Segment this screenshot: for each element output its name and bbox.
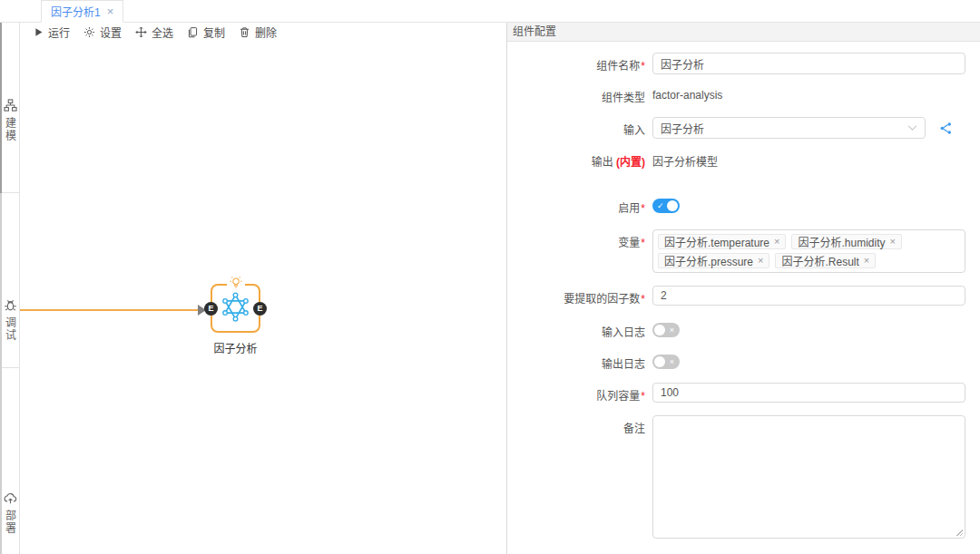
field-row-variables: 变量* 因子分析.temperature × 因子分析.humidity × bbox=[507, 229, 980, 273]
remove-tag-icon[interactable]: × bbox=[758, 256, 763, 266]
play-icon bbox=[34, 27, 44, 37]
close-icon[interactable]: × bbox=[107, 5, 114, 17]
gear-icon bbox=[83, 26, 95, 38]
node-label: 因子分析 bbox=[213, 340, 257, 355]
settings-button[interactable]: 设置 bbox=[83, 24, 122, 40]
field-row-input: 输入 因子分析 bbox=[507, 117, 980, 139]
variable-tag: 因子分析.temperature × bbox=[658, 234, 786, 249]
remove-tag-icon[interactable]: × bbox=[864, 256, 869, 266]
trash-icon bbox=[239, 26, 250, 38]
field-row-remark: 备注 bbox=[507, 415, 980, 539]
input-log-toggle[interactable]: × bbox=[652, 323, 680, 337]
sidebar-divider bbox=[2, 192, 19, 193]
component-type-value: factor-analysis bbox=[652, 89, 722, 102]
field-row-factor-count: 要提取的因子数* bbox=[507, 286, 980, 306]
field-row-enabled: 启用* ✓ bbox=[507, 197, 980, 215]
component-name-input[interactable] bbox=[652, 53, 965, 74]
remove-tag-icon[interactable]: × bbox=[774, 237, 779, 247]
canvas-toolbar: 运行 设置 bbox=[20, 23, 506, 42]
left-sidebar: 建模 调试 部署 bbox=[0, 23, 20, 554]
move-icon bbox=[135, 26, 147, 38]
field-row-output: 输出 (内置) 因子分析模型 bbox=[507, 153, 980, 169]
sidebar-divider bbox=[2, 367, 19, 368]
field-row-input-log: 输入日志 × bbox=[507, 321, 980, 339]
select-all-button[interactable]: 全选 bbox=[135, 24, 173, 40]
hexagram-network-icon bbox=[220, 291, 251, 326]
sidebar-item-deploy[interactable]: 部署 bbox=[1, 491, 19, 535]
copy-button[interactable]: 复制 bbox=[187, 24, 225, 40]
sidebar-item-label: 调试 bbox=[3, 316, 18, 342]
tab-bar: 因子分析1 × bbox=[0, 0, 980, 23]
cross-icon: × bbox=[670, 323, 674, 337]
flow-canvas[interactable]: E E 因子分析 bbox=[20, 42, 506, 554]
variable-tag: 因子分析.Result × bbox=[775, 253, 876, 268]
component-config-panel: 组件配置 组件名称* 组件类型 factor-analysis 输入 bbox=[506, 23, 980, 554]
app-window: 因子分析1 × 建模 bbox=[0, 0, 980, 554]
lightbulb-icon bbox=[227, 276, 245, 290]
sidebar-item-label: 建模 bbox=[3, 117, 18, 142]
cloud-upload-icon bbox=[4, 491, 17, 505]
panel-title: 组件配置 bbox=[507, 23, 980, 42]
delete-button[interactable]: 删除 bbox=[239, 24, 277, 40]
sidebar-item-debug[interactable]: 调试 bbox=[1, 298, 19, 342]
remove-tag-icon[interactable]: × bbox=[890, 237, 896, 247]
run-button[interactable]: 运行 bbox=[34, 24, 70, 40]
bug-icon bbox=[4, 298, 17, 312]
chevron-down-icon bbox=[907, 125, 917, 131]
enabled-toggle[interactable]: ✓ bbox=[652, 199, 680, 213]
input-port[interactable]: E bbox=[204, 302, 218, 316]
sidebar-item-label: 部署 bbox=[3, 510, 18, 535]
factor-analysis-node[interactable]: E E 因子分析 bbox=[211, 284, 260, 333]
tab-label: 因子分析1 bbox=[51, 4, 101, 19]
share-icon[interactable] bbox=[939, 121, 953, 135]
output-log-toggle[interactable]: × bbox=[652, 355, 680, 369]
field-row-component-name: 组件名称* bbox=[507, 53, 980, 74]
variables-multiselect[interactable]: 因子分析.temperature × 因子分析.humidity × 因子分析.… bbox=[652, 229, 965, 273]
field-row-output-log: 输出日志 × bbox=[507, 353, 980, 371]
cross-icon: × bbox=[670, 355, 674, 369]
sitemap-icon bbox=[4, 99, 17, 112]
remark-textarea[interactable] bbox=[652, 415, 965, 539]
sidebar-item-modeling[interactable]: 建模 bbox=[1, 99, 19, 142]
copy-icon bbox=[187, 26, 199, 38]
input-select-value: 因子分析 bbox=[661, 121, 704, 136]
queue-capacity-input[interactable] bbox=[652, 383, 965, 403]
output-value: 因子分析模型 bbox=[652, 153, 718, 169]
field-row-component-type: 组件类型 factor-analysis bbox=[507, 89, 980, 104]
input-select[interactable]: 因子分析 bbox=[652, 117, 926, 139]
variable-tag: 因子分析.pressure × bbox=[658, 253, 769, 268]
tab-factor-analysis-1[interactable]: 因子分析1 × bbox=[41, 0, 123, 23]
variable-tag: 因子分析.humidity × bbox=[791, 234, 901, 249]
check-icon: ✓ bbox=[657, 199, 664, 213]
flow-connection-line[interactable] bbox=[20, 309, 199, 311]
field-row-queue-capacity: 队列容量* bbox=[507, 383, 980, 403]
factor-count-input[interactable] bbox=[652, 286, 965, 306]
output-port[interactable]: E bbox=[253, 302, 267, 316]
